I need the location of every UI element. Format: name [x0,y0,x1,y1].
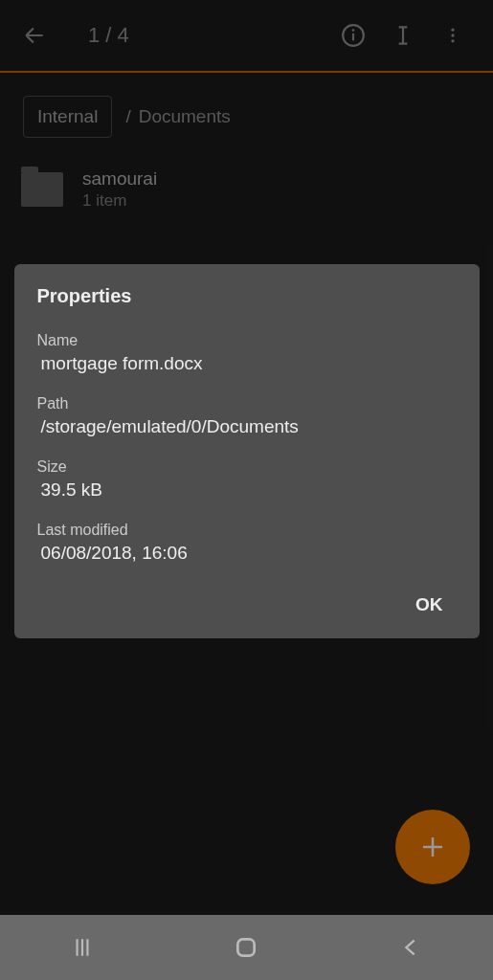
prop-modified-label: Last modified [37,522,457,539]
home-icon [234,935,258,960]
plus-icon [418,833,447,861]
nav-recents-button[interactable] [44,928,121,967]
system-navbar [0,915,493,980]
ok-button[interactable]: OK [402,585,457,625]
svg-rect-6 [238,939,255,955]
prop-size-value: 39.5 kB [41,479,457,501]
nav-home-button[interactable] [208,928,284,967]
prop-name-value: mortgage form.docx [41,353,457,374]
prop-path-label: Path [37,395,457,412]
prop-path-value: /storage/emulated/0/Documents [41,416,457,437]
properties-dialog: Properties Name mortgage form.docx Path … [14,264,480,638]
prop-size-label: Size [37,458,457,476]
dialog-title: Properties [37,285,457,307]
prop-name-label: Name [37,332,457,349]
fab-add-button[interactable] [395,810,470,884]
prop-modified-value: 06/08/2018, 16:06 [41,543,457,564]
recents-icon [70,935,95,960]
chevron-left-icon [400,937,421,958]
nav-back-button[interactable] [372,928,449,967]
